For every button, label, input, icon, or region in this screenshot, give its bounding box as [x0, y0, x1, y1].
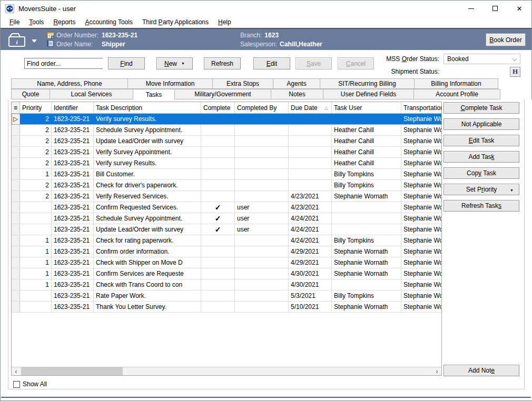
cell-identifier[interactable]: 1623-235-21	[52, 213, 94, 224]
cell-completed-by[interactable]	[235, 180, 289, 191]
task-row[interactable]: 21623-235-21Schedule Survey Appointment.…	[12, 125, 441, 136]
task-row[interactable]: 11623-235-21Check with Trans Coord to co…	[12, 279, 441, 290]
horizontal-scrollbar[interactable]: ‹ ›	[12, 367, 441, 375]
scroll-left-icon[interactable]: ‹	[12, 367, 21, 375]
cell-description[interactable]: Update Lead/Order with survey	[94, 136, 201, 146]
cell-identifier[interactable]: 1623-235-21	[52, 114, 94, 124]
tab-notes[interactable]: Notes	[271, 89, 323, 99]
cell-task-user[interactable]: Stephanie Wornath	[332, 246, 401, 257]
tab-quote[interactable]: Quote	[11, 89, 50, 99]
cell-completed-by[interactable]: user	[235, 202, 289, 213]
menu-file[interactable]: File	[5, 17, 24, 27]
cell-task-user[interactable]	[332, 224, 401, 235]
cell-due-date[interactable]: 4/30/2021	[289, 279, 332, 290]
cell-transportation[interactable]: Stephanie Wornat	[401, 136, 441, 146]
tab-local-services[interactable]: Local Services	[50, 89, 133, 99]
cell-priority[interactable]: 1	[20, 246, 52, 257]
refresh-button[interactable]: Refresh	[204, 57, 241, 69]
cell-description[interactable]: Update Lead/Order with survey	[94, 224, 201, 235]
cell-complete-check[interactable]	[201, 136, 235, 146]
task-row[interactable]: 1623-235-21Confirm Requested Services.✓u…	[12, 202, 441, 213]
cell-complete-check[interactable]	[201, 147, 235, 157]
cell-description[interactable]: Confirm order information.	[94, 246, 201, 257]
cell-priority[interactable]: 2	[20, 114, 52, 124]
cell-priority[interactable]: 1	[20, 235, 52, 246]
cell-complete-check[interactable]: ✓	[201, 202, 235, 213]
cell-completed-by[interactable]	[235, 158, 289, 168]
cell-description[interactable]: Schedule Survey Appointment.	[94, 125, 201, 135]
tab-extra-stops[interactable]: Extra Stops	[212, 78, 273, 89]
cell-transportation[interactable]: Stephanie Wornat	[401, 246, 441, 257]
cell-task-user[interactable]: Heather Cahill	[332, 147, 401, 157]
cell-task-user[interactable]: Billy Tompkins	[332, 290, 401, 301]
cell-task-user[interactable]	[332, 114, 401, 124]
cell-task-user[interactable]: Billy Tompkins	[332, 169, 401, 179]
menu-accounting-tools[interactable]: Accounting Tools	[80, 17, 137, 27]
cell-description[interactable]: Check with Shipper on Move D	[94, 257, 201, 268]
cell-due-date[interactable]: 4/30/2021	[289, 268, 332, 279]
cell-complete-check[interactable]	[201, 180, 235, 191]
cell-completed-by[interactable]	[235, 268, 289, 279]
cell-due-date[interactable]: 4/23/2021	[289, 202, 332, 213]
cell-transportation[interactable]: Stephanie Wornat	[401, 158, 441, 168]
cell-priority[interactable]: 1	[20, 169, 52, 179]
menu-help[interactable]: Help	[213, 17, 236, 27]
cell-identifier[interactable]: 1623-235-21	[52, 268, 94, 279]
cell-complete-check[interactable]	[201, 158, 235, 168]
cell-task-user[interactable]	[332, 279, 401, 290]
column-header-transportation-co[interactable]: Transportation Co	[401, 102, 441, 113]
cell-identifier[interactable]: 1623-235-21	[52, 202, 94, 213]
find-button[interactable]: Find	[108, 57, 145, 69]
column-header-task-description[interactable]: Task Description	[94, 102, 201, 113]
cell-priority[interactable]	[20, 302, 52, 312]
cell-task-user[interactable]: Heather Cahill	[332, 125, 401, 135]
refresh-tasks-button[interactable]: Refresh Tasks	[444, 200, 519, 212]
cell-identifier[interactable]: 1623-235-21	[52, 136, 94, 146]
cell-transportation[interactable]: Stephanie Wornat	[401, 235, 441, 246]
cell-identifier[interactable]: 1623-235-21	[52, 147, 94, 157]
task-row[interactable]: 11623-235-21Confirm order information.4/…	[12, 246, 441, 257]
cell-due-date[interactable]: 4/29/2021	[289, 257, 332, 268]
task-row[interactable]: 11623-235-21Check with Shipper on Move D…	[12, 257, 441, 268]
menu-reports[interactable]: Reports	[48, 17, 80, 27]
cell-due-date[interactable]	[289, 136, 332, 146]
cell-completed-by[interactable]	[235, 235, 289, 246]
row-selector-cell[interactable]	[12, 202, 20, 213]
cell-complete-check[interactable]	[201, 235, 235, 246]
edit-button[interactable]: Edit	[253, 57, 290, 69]
cell-completed-by[interactable]	[235, 246, 289, 257]
cell-identifier[interactable]: 1623-235-21	[52, 125, 94, 135]
cell-priority[interactable]: 2	[20, 180, 52, 191]
cell-description[interactable]: Check for driver's paperwork.	[94, 180, 201, 191]
cell-complete-check[interactable]	[201, 302, 235, 312]
add-note-button[interactable]: Add Note	[444, 365, 519, 376]
cell-description[interactable]: Verify Reserved Services.	[94, 191, 201, 202]
cell-identifier[interactable]: 1623-235-21	[52, 158, 94, 168]
task-row[interactable]: 11623-235-21Confirm Services are Request…	[12, 268, 441, 279]
task-row[interactable]: 1623-235-21Thank You Letter Survey.5/10/…	[12, 302, 441, 313]
column-header-due-date[interactable]: Due Date△	[289, 102, 332, 113]
cell-identifier[interactable]: 1623-235-21	[52, 180, 94, 191]
task-row[interactable]: 21623-235-21Verify Reserved Services.4/2…	[12, 191, 441, 202]
cell-due-date[interactable]: 4/29/2021	[289, 246, 332, 257]
cell-completed-by[interactable]: user	[235, 213, 289, 224]
task-row[interactable]: 21623-235-21Verify Survey Appointment.He…	[12, 147, 441, 158]
cell-complete-check[interactable]	[201, 114, 235, 124]
cell-transportation[interactable]: Stephanie Wornat	[401, 191, 441, 202]
cell-due-date[interactable]: 5/10/2021	[289, 302, 332, 312]
cell-transportation[interactable]: Stephanie Wornat	[401, 290, 441, 301]
find-order-input[interactable]	[25, 58, 111, 68]
cell-due-date[interactable]	[289, 169, 332, 179]
row-selector-cell[interactable]	[12, 279, 20, 290]
cell-due-date[interactable]	[289, 180, 332, 191]
column-header-priority[interactable]: Priority	[20, 102, 52, 113]
cell-identifier[interactable]: 1623-235-21	[52, 224, 94, 235]
cell-transportation[interactable]: Stephanie Wornat	[401, 180, 441, 191]
cell-description[interactable]: Schedule Survey Appointment.	[94, 213, 201, 224]
task-row[interactable]: 21623-235-21Verify survey Results.Heathe…	[12, 158, 441, 169]
cell-transportation[interactable]: Stephanie Wornat	[401, 169, 441, 179]
row-selector-cell[interactable]	[12, 147, 20, 157]
cell-completed-by[interactable]	[235, 147, 289, 157]
tab-sit-recurring-billing[interactable]: SIT/Recurring Billing	[320, 78, 415, 89]
find-order-combobox[interactable]: ▼	[24, 58, 103, 69]
